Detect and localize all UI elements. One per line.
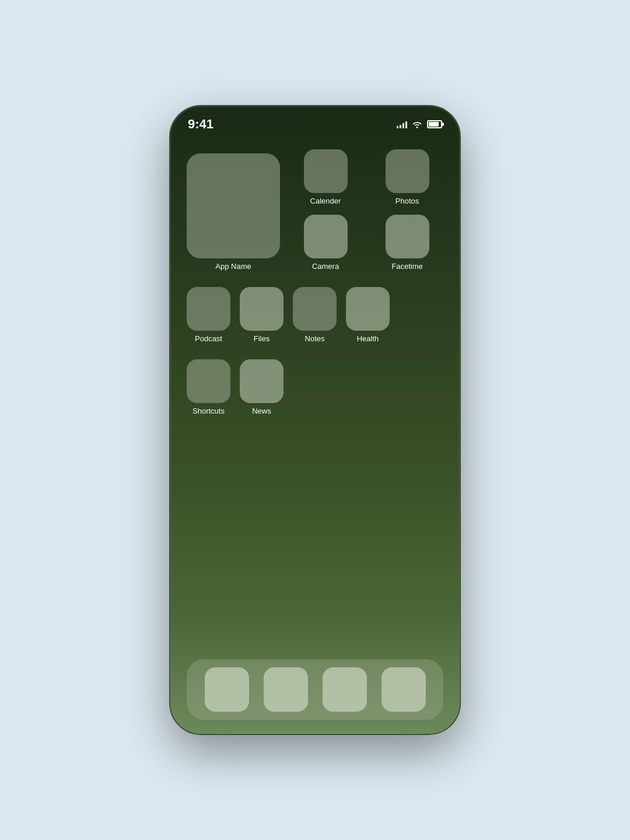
wifi-icon [412, 120, 422, 128]
app-news[interactable] [240, 359, 284, 403]
status-icons [397, 120, 442, 128]
app-notes-wrapper: Notes [293, 287, 337, 343]
app-health-label: Health [357, 334, 379, 343]
signal-icon [397, 120, 407, 128]
app-row-2: Podcast Files Notes Health [187, 287, 443, 343]
app-photos[interactable] [386, 149, 429, 193]
app-shortcuts[interactable] [187, 359, 230, 403]
app-widget-label: App Name [187, 262, 280, 271]
app-files[interactable] [240, 287, 284, 331]
row-top: App Name Calender Photos Camera Facetim [187, 149, 443, 271]
app-facetime[interactable] [386, 215, 429, 258]
app-shortcuts-wrapper: Shortcuts [187, 359, 230, 415]
app-news-label: News [252, 407, 271, 415]
app-camera-label: Camera [312, 262, 339, 271]
app-calender-label: Calender [310, 197, 341, 205]
app-notes[interactable] [293, 287, 337, 331]
app-shortcuts-label: Shortcuts [192, 407, 225, 415]
dock-app-2[interactable] [264, 667, 308, 712]
app-calender-wrapper: Calender [289, 149, 362, 205]
dock-app-3[interactable] [323, 667, 367, 712]
app-podcast-wrapper: Podcast [187, 287, 230, 343]
app-notes-label: Notes [305, 334, 325, 343]
app-podcast-label: Podcast [195, 334, 222, 343]
status-time: 9:41 [188, 117, 214, 132]
app-files-label: Files [254, 334, 270, 343]
phone-screen: 9:41 App Name Calender [169, 105, 461, 735]
dock-app-4[interactable] [382, 667, 426, 712]
app-calender[interactable] [304, 149, 348, 193]
app-news-wrapper: News [240, 359, 284, 415]
app-widget-large[interactable] [187, 153, 280, 258]
app-camera-wrapper: Camera [289, 215, 362, 271]
app-facetime-label: Facetime [391, 262, 422, 271]
app-camera[interactable] [304, 215, 348, 258]
app-files-wrapper: Files [240, 287, 284, 343]
app-grid: App Name Calender Photos Camera Facetim [170, 138, 460, 443]
app-photos-wrapper: Photos [371, 149, 443, 205]
app-health[interactable] [346, 287, 390, 331]
app-row-3: Shortcuts News [187, 359, 443, 415]
app-podcast[interactable] [187, 287, 230, 331]
app-photos-label: Photos [396, 197, 419, 205]
app-facetime-wrapper: Facetime [371, 215, 443, 271]
top-right-grid: Calender Photos Camera Facetime [289, 149, 443, 271]
dock [187, 659, 443, 720]
status-bar: 9:41 [170, 106, 460, 138]
battery-icon [427, 120, 442, 128]
app-widget-large-wrapper: App Name [187, 153, 280, 271]
app-health-wrapper: Health [346, 287, 390, 343]
dock-app-1[interactable] [205, 667, 249, 712]
